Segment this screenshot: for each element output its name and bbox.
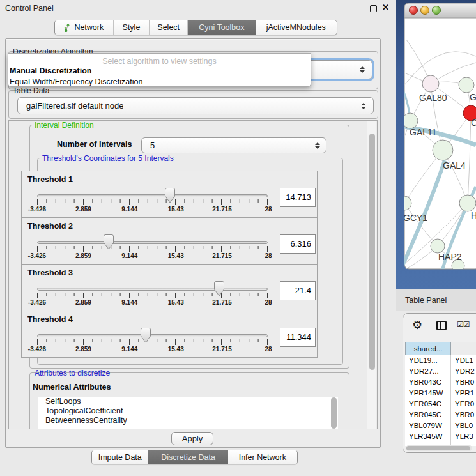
table-data-combobox[interactable]: galFiltered.sif default node xyxy=(17,97,374,114)
cell-name[interactable]: YBL0 xyxy=(451,420,476,431)
dropdown-option-equal-width[interactable]: Equal Width/Frequency Discretization xyxy=(10,77,142,86)
close-traffic-light-icon[interactable] xyxy=(410,6,418,15)
cell-shared-name[interactable]: YDR27... xyxy=(405,366,451,377)
tab-network[interactable]: Network xyxy=(55,20,113,35)
dropdown-option-manual[interactable]: Manual Discretization xyxy=(10,66,92,75)
cell-name[interactable]: YLR3 xyxy=(451,431,476,442)
node-gal80[interactable] xyxy=(422,75,439,92)
node-gal4[interactable] xyxy=(433,140,453,160)
table-data-value: galFiltered.sif default node xyxy=(18,101,123,111)
numerical-attributes-label: Numerical Attributes xyxy=(33,383,111,392)
slider-track[interactable] xyxy=(37,334,268,337)
node-top-right[interactable] xyxy=(459,77,474,93)
apply-button[interactable]: Apply xyxy=(171,432,213,445)
table-row[interactable]: YPR145WYPR1 xyxy=(405,388,476,399)
threshold-value[interactable]: 6.316 xyxy=(280,234,316,254)
minimize-traffic-light-icon[interactable] xyxy=(421,6,429,15)
float-window-icon[interactable] xyxy=(370,5,377,12)
tab-impute-data[interactable]: Impute Data xyxy=(92,450,148,464)
table-panel-header: Table Panel xyxy=(396,289,476,311)
dropdown-placeholder: Select algorithm to view settings xyxy=(8,57,311,66)
column-header-name[interactable]: n xyxy=(451,342,476,355)
slider-thumb[interactable] xyxy=(141,328,151,343)
node-hap2[interactable] xyxy=(431,239,445,253)
numerical-attributes-list[interactable]: SelfLoopsTopologicalCoefficientBetweenne… xyxy=(38,397,338,429)
table-row[interactable]: YBL079WYBL0 xyxy=(405,420,476,431)
number-of-intervals-value: 5 xyxy=(142,141,155,150)
cell-shared-name[interactable]: YER054C xyxy=(405,399,451,410)
panel-scrollbar-thumb[interactable] xyxy=(369,134,375,370)
tick-label: -3.426 xyxy=(28,252,46,259)
threshold-value[interactable]: 11.344 xyxy=(280,328,316,347)
slider-thumb[interactable] xyxy=(214,281,224,296)
table-row[interactable]: YDR27...YDR2 xyxy=(405,366,476,377)
main-tabbar: NetworkStyleSelectCyni ToolboxjActiveMNo… xyxy=(54,20,337,35)
table-hscrollbar[interactable] xyxy=(406,445,472,451)
cell-shared-name[interactable]: YBL079W xyxy=(405,420,451,431)
cell-name[interactable]: YDL1 xyxy=(451,355,476,366)
threshold-panel-3: Threshold 3-3.4262.8599.14415.4321.71528… xyxy=(21,264,318,311)
threshold-value[interactable]: 14.713 xyxy=(280,188,316,207)
cell-shared-name[interactable]: YBR043C xyxy=(405,377,451,388)
cell-shared-name[interactable]: YBR045C xyxy=(405,410,451,420)
zoom-traffic-light-icon[interactable] xyxy=(433,6,441,15)
cell-name[interactable]: YBR0 xyxy=(451,410,476,420)
cell-name[interactable]: YBR0 xyxy=(451,377,476,388)
tick-label: 9.144 xyxy=(121,252,137,259)
number-of-intervals-combobox[interactable]: 5 xyxy=(141,137,326,153)
thresholds-group-label: Threshold's Coordinates for 5 Intervals xyxy=(41,154,175,163)
tick-label: 9.144 xyxy=(121,299,137,306)
slider-track[interactable] xyxy=(37,241,268,244)
tab-label: Style xyxy=(123,23,141,32)
list-item[interactable]: BetweennessCentrality xyxy=(38,416,338,426)
tab-select[interactable]: Select xyxy=(149,20,187,35)
panel-scrollbar-track[interactable] xyxy=(367,121,376,429)
checkbox-icons[interactable]: ☑☑ xyxy=(457,320,470,329)
tab-jactivemnodules[interactable]: jActiveMNodules xyxy=(256,20,337,35)
table-hscrollbar-thumb[interactable] xyxy=(406,446,470,450)
list-item[interactable]: SelfLoops xyxy=(38,397,338,406)
tick-label: 21.715 xyxy=(212,299,232,306)
table-header-row[interactable]: shared... n xyxy=(405,342,476,355)
tab-cyni-toolbox[interactable]: Cyni Toolbox xyxy=(187,20,256,35)
threshold-value[interactable]: 21.4 xyxy=(280,281,316,300)
slider-thumb[interactable] xyxy=(104,234,114,250)
cell-name[interactable]: YER0 xyxy=(451,399,476,410)
node-right-mid[interactable] xyxy=(459,195,476,211)
slider-thumb[interactable] xyxy=(165,188,175,203)
close-icon[interactable]: ✕ xyxy=(382,3,389,12)
app-root: Control Panel ✕ NetworkStyleSelectCyni T… xyxy=(0,0,476,476)
tab-label: Select xyxy=(157,23,180,32)
combo-arrows-icon xyxy=(315,142,320,149)
cell-shared-name[interactable]: YLR345W xyxy=(405,431,451,442)
table-row[interactable]: YBR045CYBR0 xyxy=(405,410,476,420)
tick-label: 2.859 xyxy=(75,206,91,213)
node-table[interactable]: shared... n YDL19...YDL1YDR27...YDR2YBR0… xyxy=(405,342,476,446)
table-row[interactable]: YDL19...YDL1 xyxy=(405,355,476,366)
slider-track[interactable] xyxy=(37,194,268,197)
slider-track[interactable] xyxy=(37,288,268,291)
network-view-frame[interactable]: GAL80 GAL11 GAL4 GCY1 HAP2 G C H xyxy=(396,0,476,289)
network-view[interactable]: GAL80 GAL11 GAL4 GCY1 HAP2 G C H xyxy=(396,0,476,289)
combo-arrows-icon xyxy=(360,66,365,73)
list-item[interactable]: TopologicalCoefficient xyxy=(38,406,338,416)
table-row[interactable]: YLR345WYLR3 xyxy=(405,431,476,442)
gear-icon[interactable]: ⚙ xyxy=(412,318,422,332)
cell-shared-name[interactable]: YDL19... xyxy=(405,355,451,366)
number-of-intervals-label: Number of Intervals xyxy=(57,140,132,149)
tab-label: jActiveMNodules xyxy=(266,23,326,32)
tab-infer-network[interactable]: Infer Network xyxy=(228,450,297,464)
table-row[interactable]: YBR043CYBR0 xyxy=(405,377,476,388)
columns-icon[interactable] xyxy=(436,321,447,330)
cell-name[interactable]: YPR1 xyxy=(451,388,476,399)
tab-style[interactable]: Style xyxy=(113,20,150,35)
node-gal11[interactable] xyxy=(403,113,418,128)
column-header-shared[interactable]: shared... xyxy=(405,342,451,355)
cell-name[interactable]: YDR2 xyxy=(451,366,476,377)
list-scrollbar[interactable] xyxy=(331,397,337,429)
table-row[interactable]: YER054CYER0 xyxy=(405,399,476,410)
network-icon xyxy=(64,24,71,32)
slider-tick-labels: -3.4262.8599.14415.4321.71528 xyxy=(37,299,268,307)
cell-shared-name[interactable]: YPR145W xyxy=(405,388,451,399)
tab-discretize-data[interactable]: Discretize Data xyxy=(148,450,227,464)
